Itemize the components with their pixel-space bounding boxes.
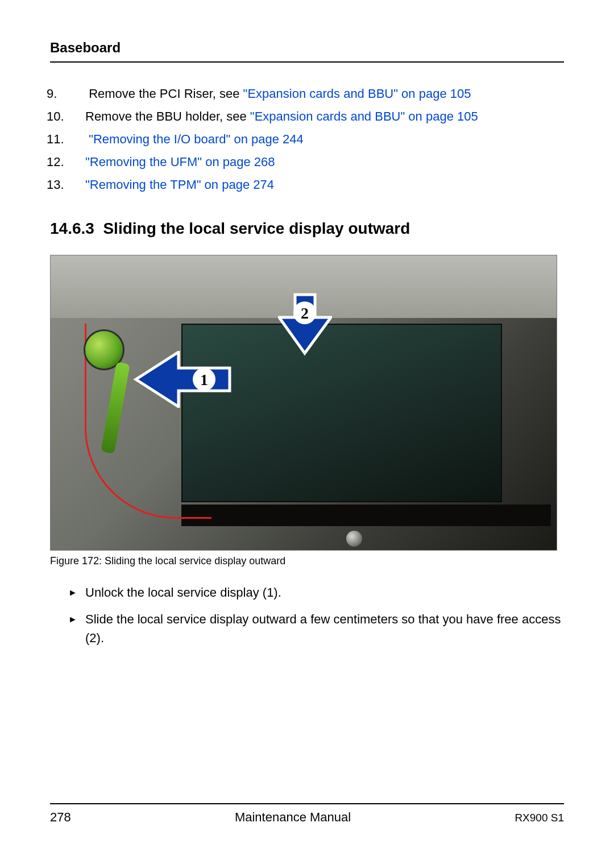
- callout-1: 1: [200, 371, 208, 388]
- xref-link[interactable]: "Removing the UFM" on page 268: [85, 155, 275, 169]
- list-num: 10.: [68, 107, 85, 126]
- section-heading: 14.6.3 Sliding the local service display…: [50, 220, 564, 238]
- callout-2: 2: [301, 304, 309, 322]
- list-item-9: 9. Remove the PCI Riser, see "Expansion …: [50, 84, 564, 104]
- footer-model: RX900 S1: [515, 812, 564, 824]
- page-number: 278: [50, 810, 71, 825]
- xref-link[interactable]: "Removing the TPM" on page 274: [85, 177, 274, 192]
- list-item-13: 13."Removing the TPM" on page 274: [50, 175, 564, 195]
- page-footer: 278 Maintenance Manual RX900 S1: [50, 803, 564, 825]
- figure-rivet: [346, 531, 362, 547]
- list-num: 9.: [68, 84, 85, 104]
- section-number: 14.6.3: [50, 220, 94, 237]
- list-item-10: 10.Remove the BBU holder, see "Expansion…: [50, 107, 564, 126]
- list-text: Remove the BBU holder, see: [85, 109, 250, 123]
- footer-title: Maintenance Manual: [235, 810, 351, 825]
- list-item-11: 11. "Removing the I/O board" on page 244: [50, 130, 564, 149]
- list-num: 12.: [68, 152, 85, 172]
- numbered-list: 9. Remove the PCI Riser, see "Expansion …: [50, 84, 564, 195]
- list-num: 11.: [68, 130, 85, 149]
- step-list: Unlock the local service display (1). Sl…: [50, 583, 564, 647]
- step-item: Unlock the local service display (1).: [50, 583, 564, 602]
- list-num: 13.: [68, 175, 85, 195]
- page-header: Baseboard: [50, 40, 564, 63]
- arrow-down-icon: 2: [278, 292, 332, 357]
- figure-caption: Figure 172: Sliding the local service di…: [50, 555, 564, 567]
- xref-link[interactable]: "Expansion cards and BBU" on page 105: [243, 86, 471, 101]
- list-text: Remove the PCI Riser, see: [89, 86, 243, 101]
- list-item-12: 12."Removing the UFM" on page 268: [50, 152, 564, 172]
- arrow-left-icon: 1: [133, 351, 233, 408]
- section-title: Sliding the local service display outwar…: [103, 220, 410, 237]
- xref-link[interactable]: "Removing the I/O board" on page 244: [89, 132, 304, 146]
- figure-slot: [181, 505, 551, 526]
- step-item: Slide the local service display outward …: [50, 610, 564, 647]
- figure-image: 2 1: [50, 255, 557, 551]
- xref-link[interactable]: "Expansion cards and BBU" on page 105: [250, 109, 478, 123]
